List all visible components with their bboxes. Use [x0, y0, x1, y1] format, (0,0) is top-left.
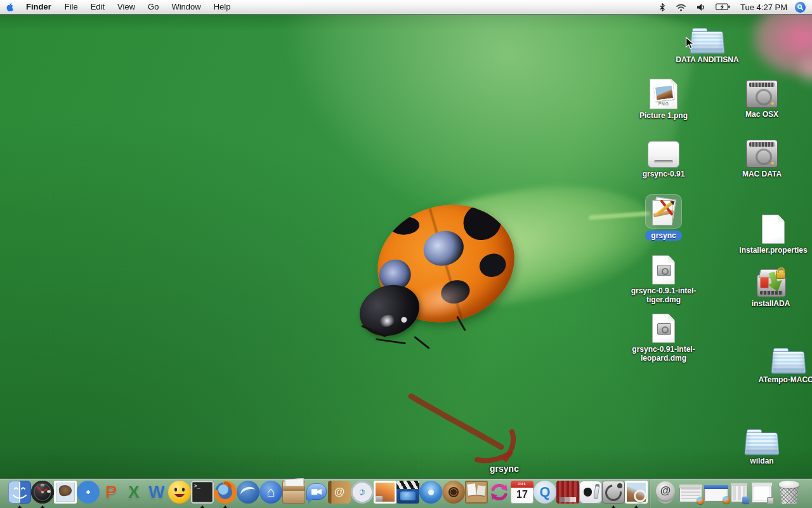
dock-disk-utility[interactable]	[602, 479, 625, 508]
desktop-icon-mac-osx[interactable]: Mac OSX	[724, 80, 800, 119]
front-row-icon	[579, 481, 602, 504]
dock-address-book[interactable]: @	[328, 479, 351, 508]
dock-minimized-firefox-window-2[interactable]	[704, 479, 729, 508]
dock-itunes[interactable]: ♪	[351, 479, 374, 508]
dock-iphoto[interactable]	[374, 479, 396, 508]
desktop-icon-installada[interactable]: installADA	[733, 269, 809, 308]
dock-firefox[interactable]	[214, 479, 237, 508]
finder-icon	[8, 481, 31, 504]
dock-minimized-window-3[interactable]	[729, 479, 749, 508]
dmg-file-icon	[652, 314, 675, 343]
powerpoint-icon: P	[100, 481, 122, 504]
menu-file[interactable]: File	[58, 0, 84, 14]
dock-home[interactable]: ⌂	[259, 479, 282, 508]
menu-bar: Finder File Edit View Go Window Help	[0, 0, 812, 15]
dock-idvd[interactable]	[419, 479, 442, 508]
volume-icon[interactable]	[691, 0, 710, 14]
photo-thumbnail	[654, 84, 675, 101]
dock-garageband[interactable]	[442, 479, 465, 508]
spotlight-icon[interactable]	[795, 2, 806, 13]
safari-icon	[77, 481, 100, 504]
icon-label: MAC DATA	[742, 170, 782, 178]
desktop-icon-grsync-leopard-dmg[interactable]: grsync-0.91-intel-leopard.dmg	[625, 314, 702, 363]
ladybug-leg	[414, 336, 429, 349]
icon-label: grsync-0.91	[643, 170, 685, 178]
dock-word[interactable]: W	[145, 479, 168, 508]
desktop-icon-grsync-091-volume[interactable]: grsync-0.91	[625, 141, 702, 178]
finder-face	[8, 481, 31, 504]
dock-mail[interactable]	[54, 479, 77, 508]
icon-label: DATA ANDITISNA	[676, 55, 738, 64]
ladybug-spot	[419, 226, 468, 271]
menu-go[interactable]: Go	[141, 0, 165, 14]
mouse-cursor	[685, 37, 695, 50]
dock-safari[interactable]	[77, 479, 100, 508]
image-file-icon: PNG	[650, 79, 678, 109]
itunes-icon: ♪	[351, 481, 374, 504]
menu-finder[interactable]: Finder	[19, 0, 58, 14]
desktop-icon-mac-data[interactable]: MAC DATA	[724, 140, 800, 178]
window-titlebar	[704, 485, 728, 489]
desktop-icon-data-anditisna[interactable]: DATA ANDITISNA	[663, 27, 752, 64]
disk-utility-icon	[602, 481, 625, 504]
ical-icon: JUL 17	[511, 481, 534, 504]
dock-trash[interactable]	[775, 479, 804, 508]
dock-ichat[interactable]	[305, 479, 328, 508]
folder-icon	[691, 27, 724, 53]
dock-minimized-firefox-window-1[interactable]	[678, 479, 704, 508]
dock-photo-booth[interactable]	[556, 479, 579, 508]
dock-ical[interactable]: JUL 17	[511, 479, 534, 508]
menu-bar-status-area: Tue 4:27 PM	[654, 0, 812, 14]
address-book-icon: @	[328, 481, 351, 504]
battery-charging-icon[interactable]	[710, 0, 735, 14]
desktop-icon-wildan[interactable]: wildan	[724, 428, 800, 465]
minimized-window-thumbnail	[752, 483, 772, 503]
yahoo-messenger-icon	[168, 481, 191, 504]
document-icon	[762, 215, 785, 244]
icon-label: installADA	[752, 299, 790, 308]
preview-icon	[625, 481, 648, 504]
menu-window[interactable]: Window	[165, 0, 207, 14]
png-badge: PNG	[650, 102, 677, 106]
garageband-icon	[442, 481, 465, 504]
icon-label-selected: grsync	[645, 231, 681, 241]
terminal-icon: >_	[191, 481, 214, 504]
dock-thunderbird[interactable]	[237, 479, 259, 508]
dock-quicktime[interactable]: Q	[534, 479, 556, 508]
desktop-icon-grsync-tiger-dmg[interactable]: grsync-0.9.1-intel-tiger.dmg	[625, 255, 702, 305]
wifi-icon[interactable]	[671, 0, 691, 14]
desktop-icon-picture-1-png[interactable]: PNG Picture 1.png	[625, 79, 702, 120]
desktop-icon-atempo-macos[interactable]: ATempo-MACOS	[750, 347, 812, 384]
menu-help[interactable]: Help	[207, 0, 237, 14]
menu-edit[interactable]: Edit	[84, 0, 111, 14]
dock-front-row[interactable]	[579, 479, 602, 508]
menu-bar-clock[interactable]: Tue 4:27 PM	[735, 3, 792, 12]
dock-isync[interactable]	[488, 479, 511, 508]
apple-menu[interactable]	[0, 0, 19, 14]
internet-shortcut-icon: @	[656, 481, 675, 500]
dock-finder[interactable]	[8, 479, 31, 508]
dock-terminal[interactable]: >_	[191, 479, 214, 508]
icon-label: ATempo-MACOS	[759, 375, 812, 384]
dock-minimized-window-4[interactable]	[749, 479, 775, 508]
menu-view[interactable]: View	[111, 0, 141, 14]
folder-body	[745, 432, 780, 455]
dock-iweb[interactable]	[465, 479, 488, 508]
dock-excel[interactable]: X	[122, 479, 145, 508]
dock-dashboard[interactable]	[31, 479, 54, 508]
stuffit-expander-icon	[282, 481, 305, 504]
ladybug-spot	[476, 251, 508, 280]
desktop-icon-grsync-app-selected[interactable]: grsync	[625, 194, 702, 241]
dock-yahoo-messenger[interactable]	[168, 479, 191, 508]
dock-imovie[interactable]	[396, 479, 419, 508]
dock-preview[interactable]	[625, 479, 648, 508]
dock-internet-shortcut[interactable]: @	[653, 479, 678, 508]
folder-icon	[745, 428, 778, 455]
dock-powerpoint[interactable]: P	[100, 479, 122, 508]
mini-drive	[657, 323, 671, 335]
lock-icon	[776, 271, 785, 279]
bluetooth-icon[interactable]	[654, 0, 671, 14]
desktop-icon-installer-properties[interactable]: installer.properties	[726, 215, 812, 255]
dock-stuffit-expander[interactable]	[282, 479, 305, 508]
icon-label: grsync-0.91-intel-leopard.dmg	[626, 345, 701, 363]
